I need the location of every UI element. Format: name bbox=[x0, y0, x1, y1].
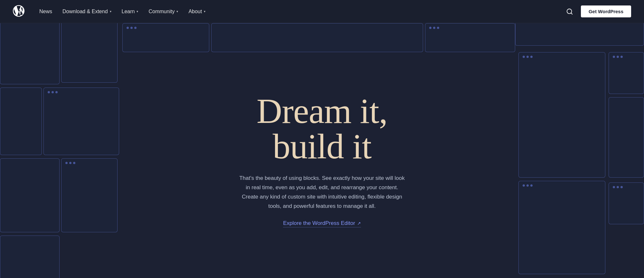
block-dot bbox=[69, 162, 71, 164]
nav-about-link[interactable]: About ▾ bbox=[184, 6, 210, 17]
nav-item-community[interactable]: Community ▾ bbox=[144, 6, 183, 17]
block-dot bbox=[526, 184, 529, 187]
block-dot bbox=[617, 56, 619, 58]
nav-links: News Download & Extend ▾ Learn ▾ Communi… bbox=[35, 6, 210, 17]
wp-logo-icon bbox=[13, 5, 24, 17]
block-dots bbox=[519, 52, 605, 61]
top-bar-card-3 bbox=[425, 23, 515, 52]
block-card bbox=[0, 236, 60, 278]
nav-item-learn[interactable]: Learn ▾ bbox=[117, 6, 143, 17]
nav-download-link[interactable]: Download & Extend ▾ bbox=[58, 6, 116, 17]
explore-editor-link[interactable]: Explore the WordPress Editor ↗ bbox=[283, 220, 361, 227]
block-dot bbox=[620, 56, 623, 58]
top-bar-card-2 bbox=[211, 23, 423, 52]
svg-line-1 bbox=[571, 13, 572, 14]
block-dots bbox=[44, 88, 119, 97]
block-card bbox=[61, 23, 118, 83]
blocks-left bbox=[0, 23, 122, 278]
chevron-down-icon: ▾ bbox=[110, 10, 111, 13]
nav-item-download[interactable]: Download & Extend ▾ bbox=[58, 6, 116, 17]
block-dot bbox=[613, 186, 615, 188]
block-card bbox=[609, 182, 644, 224]
nav-learn-link[interactable]: Learn ▾ bbox=[117, 6, 143, 17]
block-dot bbox=[429, 27, 431, 29]
block-dot bbox=[52, 91, 54, 93]
chevron-down-icon: ▾ bbox=[176, 10, 178, 13]
block-dot bbox=[523, 184, 525, 187]
block-card bbox=[43, 88, 119, 155]
block-card bbox=[518, 52, 605, 178]
chevron-down-icon: ▾ bbox=[204, 10, 205, 13]
block-dot bbox=[127, 27, 129, 29]
block-dots bbox=[425, 23, 443, 32]
block-dots bbox=[123, 23, 140, 32]
block-dot bbox=[530, 184, 533, 187]
block-card bbox=[0, 88, 42, 155]
block-dots bbox=[519, 181, 605, 190]
search-button[interactable] bbox=[564, 5, 576, 18]
block-dot bbox=[437, 27, 439, 29]
nav-right: Get WordPress bbox=[564, 5, 631, 18]
block-dots bbox=[62, 159, 117, 167]
block-dot bbox=[130, 27, 133, 29]
block-dot bbox=[530, 56, 533, 58]
nav-item-news[interactable]: News bbox=[35, 6, 57, 17]
block-card bbox=[61, 158, 118, 232]
block-card bbox=[0, 158, 60, 232]
block-dots bbox=[609, 52, 644, 61]
block-dot bbox=[523, 56, 525, 58]
top-bar-cards bbox=[122, 23, 515, 52]
block-dot bbox=[617, 186, 619, 188]
block-dot bbox=[620, 186, 623, 188]
nav-community-link[interactable]: Community ▾ bbox=[144, 6, 183, 17]
block-dot bbox=[433, 27, 435, 29]
block-dot bbox=[73, 162, 75, 164]
get-wordpress-button[interactable]: Get WordPress bbox=[581, 5, 631, 17]
block-card bbox=[609, 97, 644, 178]
top-bar-card-1 bbox=[122, 23, 209, 52]
navbar: News Download & Extend ▾ Learn ▾ Communi… bbox=[0, 0, 644, 23]
block-dot bbox=[526, 56, 529, 58]
block-dot bbox=[55, 91, 58, 93]
block-dot bbox=[48, 91, 50, 93]
nav-item-about[interactable]: About ▾ bbox=[184, 6, 210, 17]
chevron-down-icon: ▾ bbox=[137, 10, 138, 13]
hero-description: That's the beauty of using blocks. See e… bbox=[238, 174, 406, 211]
blocks-right bbox=[515, 23, 644, 278]
external-link-icon: ↗ bbox=[357, 220, 361, 226]
nav-news-link[interactable]: News bbox=[35, 6, 57, 17]
block-dot bbox=[134, 27, 137, 29]
nav-left: News Download & Extend ▾ Learn ▾ Communi… bbox=[13, 5, 210, 18]
hero-section: Dream it, build it That's the beauty of … bbox=[209, 93, 435, 227]
wp-logo-link[interactable] bbox=[13, 5, 24, 18]
block-dot bbox=[613, 56, 615, 58]
main-content: Dream it, build it That's the beauty of … bbox=[0, 23, 644, 278]
hero-title: Dream it, build it bbox=[209, 93, 435, 164]
block-card bbox=[0, 23, 60, 84]
block-card bbox=[518, 181, 605, 274]
search-icon bbox=[566, 8, 573, 15]
block-dots bbox=[609, 183, 644, 191]
block-card bbox=[609, 52, 644, 94]
block-dot bbox=[65, 162, 68, 164]
block-dots bbox=[62, 23, 117, 26]
block-card bbox=[515, 23, 644, 46]
